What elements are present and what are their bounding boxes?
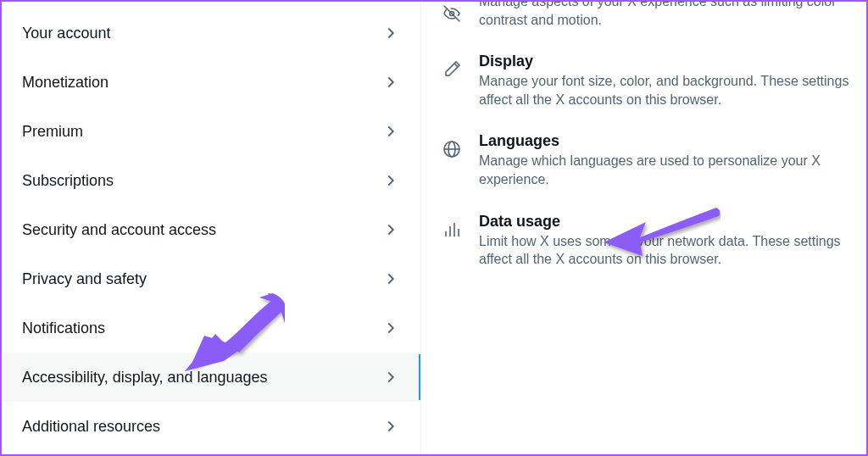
sidebar-item-subscriptions[interactable]: Subscriptions (2, 156, 420, 205)
sidebar-item-label: Additional resources (22, 418, 160, 436)
sidebar-item-premium[interactable]: Premium (2, 107, 420, 156)
detail-desc: Manage your font size, color, and backgr… (479, 72, 866, 108)
settings-sidebar: Your account Monetization Premium Subscr… (2, 2, 421, 454)
detail-title: Languages (479, 132, 866, 150)
sidebar-item-label: Monetization (22, 74, 108, 92)
detail-desc: Limit how X uses some of your network da… (479, 232, 866, 269)
detail-title: Data usage (479, 213, 866, 231)
detail-text: Display Manage your font size, color, an… (479, 53, 866, 108)
detail-item-languages[interactable]: Languages Manage which languages are use… (442, 120, 866, 200)
detail-title: Display (479, 53, 866, 70)
sidebar-item-your-account[interactable]: Your account (2, 8, 420, 58)
paintbrush-icon (442, 59, 462, 80)
chevron-right-icon (381, 220, 400, 239)
sidebar-item-label: Premium (22, 123, 83, 141)
chevron-right-icon (381, 24, 400, 42)
detail-text: Languages Manage which languages are use… (479, 132, 866, 188)
chevron-right-icon (381, 368, 400, 386)
sidebar-item-notifications[interactable]: Notifications (2, 303, 420, 353)
sidebar-item-label: Subscriptions (22, 172, 114, 190)
detail-desc: Manage aspects of your X experience such… (479, 0, 866, 29)
globe-icon (442, 139, 462, 159)
bar-chart-icon (442, 220, 462, 240)
eye-off-icon (442, 3, 462, 24)
detail-item-accessibility[interactable]: Accessibility Manage aspects of your X e… (442, 0, 866, 41)
detail-item-display[interactable]: Display Manage your font size, color, an… (442, 41, 866, 120)
chevron-right-icon (381, 73, 400, 92)
detail-desc: Manage which languages are used to perso… (479, 152, 866, 188)
sidebar-item-privacy[interactable]: Privacy and safety (2, 254, 420, 303)
sidebar-item-label: Accessibility, display, and languages (22, 369, 268, 386)
sidebar-item-label: Privacy and safety (22, 270, 147, 288)
sidebar-item-security[interactable]: Security and account access (2, 205, 420, 254)
detail-text: Accessibility Manage aspects of your X e… (479, 0, 866, 29)
chevron-right-icon (381, 122, 400, 141)
sidebar-item-label: Your account (22, 25, 110, 42)
chevron-right-icon (381, 319, 400, 337)
sidebar-item-label: Notifications (22, 320, 105, 337)
chevron-right-icon (381, 171, 400, 190)
chevron-right-icon (381, 417, 400, 436)
sidebar-item-additional-resources[interactable]: Additional resources (2, 402, 420, 451)
sidebar-item-monetization[interactable]: Monetization (2, 58, 420, 107)
chevron-right-icon (381, 270, 400, 288)
settings-detail-pane: Accessibility Manage aspects of your X e… (421, 2, 866, 454)
detail-text: Data usage Limit how X uses some of your… (479, 213, 866, 269)
sidebar-item-label: Security and account access (22, 221, 216, 239)
sidebar-item-accessibility[interactable]: Accessibility, display, and languages (2, 353, 420, 402)
detail-item-data-usage[interactable]: Data usage Limit how X uses some of your… (442, 201, 866, 281)
